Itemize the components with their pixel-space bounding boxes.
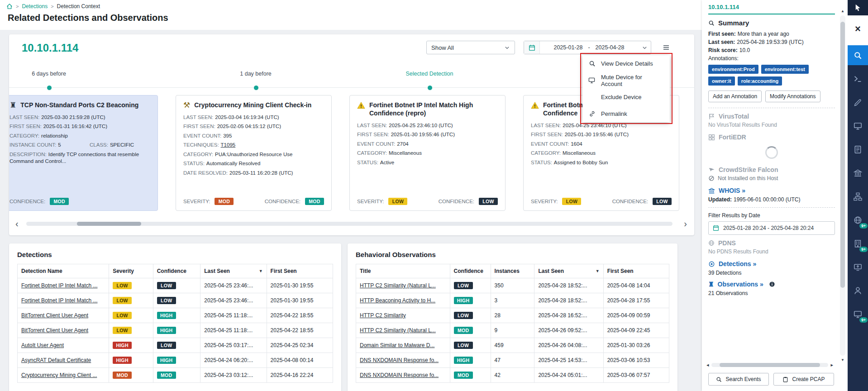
annotation-chip[interactable]: owner:it <box>708 76 735 86</box>
card-field: INSTANCE COUNT:5CLASS:SPECIFIC <box>10 142 150 149</box>
row-link[interactable]: Fortinet Botnet IP Intel Match ... <box>21 282 98 289</box>
column-header-last-seen[interactable]: Last Seen▼ <box>200 264 267 278</box>
search-events-button[interactable]: Search Events <box>708 373 769 386</box>
card-badges: CONFIDENCE:MOD <box>10 198 150 205</box>
row-link[interactable]: Cryptocurrency Mining Client ... <box>21 372 97 378</box>
menu-item-permalink[interactable]: Permalink <box>582 105 670 122</box>
table-row: Fortinet Botnet IP Intel Match ...LOWLOW… <box>18 293 333 308</box>
row-link[interactable]: Fortinet Botnet IP Intel Match ... <box>21 297 98 304</box>
card-field-value[interactable]: T1095 <box>221 142 236 148</box>
rail-pen-button[interactable] <box>848 92 868 112</box>
column-header-last-seen[interactable]: Last Seen▼ <box>534 264 603 278</box>
date-range-picker[interactable]: 2025-01-28 - 2025-04-28 <box>524 41 651 54</box>
cell-severity: LOW <box>109 323 153 338</box>
scroll-right-arrow[interactable]: ▸ <box>830 362 833 368</box>
annotation-chip[interactable]: role:accounting <box>738 76 782 86</box>
severity-badge: LOW <box>113 282 132 289</box>
row-link[interactable]: Domain Similar to Malware D... <box>360 342 434 348</box>
add-an-annotation-button[interactable]: Add an Annotation <box>708 91 762 102</box>
confidence-badge: HIGH <box>157 312 176 319</box>
row-link[interactable]: AutoIt User Agent <box>21 342 64 348</box>
cell-last_seen: 2025-04-26 09:52:... <box>534 323 603 338</box>
scrollbar-thumb[interactable] <box>840 22 845 288</box>
show-all-select[interactable]: Show All <box>426 41 515 54</box>
card-field-label: LAST SEEN: <box>357 123 387 128</box>
scrollbar-thumb[interactable] <box>720 363 820 367</box>
modify-annotations-button[interactable]: Modify Annotations <box>765 91 820 102</box>
timeline-dot[interactable] <box>47 85 52 91</box>
detection-card[interactable]: ⚒Cryptocurrency Mining Client Check-inLA… <box>176 95 332 211</box>
create-pcap-button[interactable]: Create PCAP <box>773 373 834 386</box>
row-link[interactable]: HTTP C2 Similarity (Natural L... <box>360 327 436 334</box>
timeline-dot[interactable] <box>253 85 259 91</box>
observations-link[interactable]: ♜Observations » <box>708 281 835 288</box>
rail-search-button[interactable] <box>848 45 868 65</box>
breadcrumb-item-detections[interactable]: Detections <box>22 3 48 10</box>
card-title: Fortinet Botnet IP Intel Match High Conf… <box>369 101 498 117</box>
timeline-dot[interactable] <box>427 85 433 91</box>
rail-cursor-button[interactable] <box>848 0 868 15</box>
rail-screen-share-button[interactable] <box>848 257 868 277</box>
scroll-left-arrow[interactable]: ◂ <box>706 362 709 368</box>
carousel-scrollbar-thumb[interactable] <box>77 222 141 226</box>
cell-last_seen: 2025-04-28 16:52:... <box>534 308 603 323</box>
badge-pair: CONFIDENCE:LOW <box>612 198 672 205</box>
home-icon[interactable] <box>6 3 13 10</box>
sort-descending-icon[interactable]: ▼ <box>596 269 600 273</box>
sidebar-host-link[interactable]: 10.10.1.114 <box>708 0 835 14</box>
badge-pair: CONFIDENCE:LOW <box>439 198 498 205</box>
rail-globe-button[interactable]: 9+ <box>848 210 868 230</box>
card-field-label: STATUS: <box>531 160 552 165</box>
row-link[interactable]: HTTP C2 Similarity (Natural L... <box>360 282 436 289</box>
row-link[interactable]: BitTorrent Client User Agent <box>21 312 88 319</box>
menu-item-mute-device-for-account[interactable]: Mute Device for Account <box>582 72 670 89</box>
sidebar-date-filter[interactable]: 2025-01-28 20:24 - 2025-04-28 20:24 <box>708 221 835 235</box>
annotation-chip[interactable]: environment:Prod <box>708 65 758 74</box>
severity-badge: MOD <box>215 198 234 205</box>
rail-user-button[interactable] <box>848 281 868 300</box>
cell-last_seen: 2025-04-25 11:18:... <box>200 323 267 338</box>
rail-terminal-button[interactable] <box>848 69 868 89</box>
cell-first_seen: 2025-03-06 10:53 <box>603 353 669 368</box>
row-link[interactable]: BitTorrent Client User Agent <box>21 327 88 334</box>
rail-close-button[interactable]: × <box>848 20 868 38</box>
cell-first_seen: 2025-03-06 07:57 <box>603 368 669 383</box>
rail-document-button[interactable] <box>848 139 868 159</box>
row-link[interactable]: DNS NXDOMAIN Response fo... <box>360 372 439 378</box>
panel-menu-button[interactable] <box>659 41 673 54</box>
menu-item-exclude-device[interactable]: Exclude Device <box>582 89 670 105</box>
carousel-right-arrow[interactable]: › <box>684 219 687 228</box>
host-title: 10.10.1.114 <box>22 42 78 54</box>
detection-card[interactable]: ♜TCP Non-Standard Ports C2 BeaconingLAST… <box>9 95 158 211</box>
rail-host-button[interactable]: 9+ <box>848 304 868 324</box>
scroll-up-arrow[interactable]: ▲ <box>840 9 845 13</box>
row-link[interactable]: HTTP Beaconing Activity to H... <box>360 297 435 304</box>
rail-monitor-button[interactable] <box>848 116 868 136</box>
whois-link[interactable]: WHOIS » <box>708 187 835 194</box>
bank-icon <box>708 187 715 194</box>
row-link[interactable]: AsyncRAT Default Certificate <box>21 357 91 363</box>
row-link[interactable]: HTTP C2 Similarity <box>360 312 406 319</box>
sidebar-horizontal-scrollbar[interactable]: ◂ ▸ <box>706 362 833 367</box>
sort-descending-icon[interactable]: ▼ <box>259 269 263 273</box>
menu-item-view-device-details[interactable]: View Device Details <box>582 55 670 72</box>
rail-building-button[interactable]: 9+ <box>848 234 868 253</box>
card-field-label: FIRST SEEN: <box>357 132 389 137</box>
scrollbar-track[interactable] <box>711 363 829 367</box>
carousel-left-arrow[interactable]: ‹ <box>15 219 19 228</box>
confidence-badge: LOW <box>454 312 473 319</box>
sidebar-vertical-scrollbar[interactable]: ▲ ▼ <box>840 15 845 356</box>
row-link[interactable]: DNS NXDOMAIN Response fo... <box>360 357 439 363</box>
detections-link[interactable]: Detections » <box>708 260 835 267</box>
monitor-icon <box>854 122 862 130</box>
cell-first_seen: 2025-04-22 18:55 <box>267 323 333 338</box>
rail-bank-button[interactable] <box>848 163 868 183</box>
card-field: FIRST SEEN:2025-01-30 19:55:46 (UTC) <box>531 131 672 138</box>
card-field: STATUS:Active <box>357 159 498 167</box>
carousel-scrollbar[interactable] <box>26 222 672 226</box>
detection-card[interactable]: Fortinet Botnet IP Intel Match High Conf… <box>349 95 506 211</box>
card-field-value: 2025-01-31 16:16:42 (UTC) <box>43 124 107 129</box>
annotation-chip[interactable]: environment:test <box>761 65 809 74</box>
scroll-down-arrow[interactable]: ▼ <box>840 358 845 362</box>
rail-sitemap-button[interactable] <box>848 186 868 206</box>
